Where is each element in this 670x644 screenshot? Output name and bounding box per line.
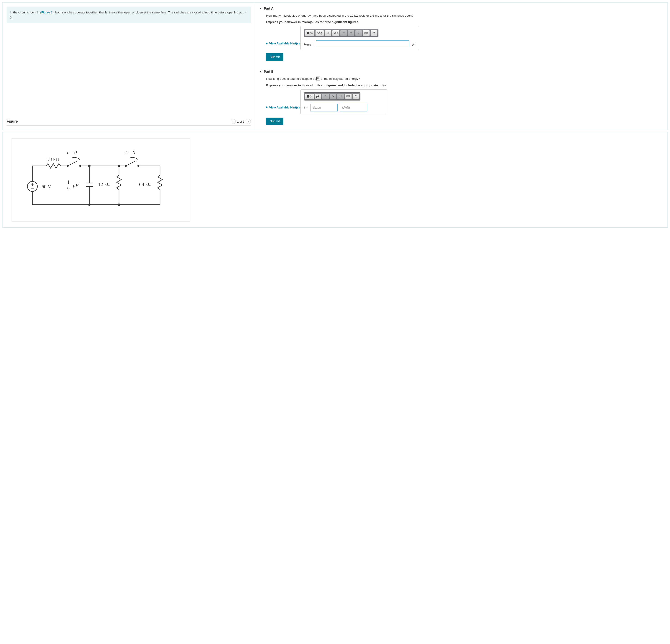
template-button[interactable]: ▢▫ [305,93,314,99]
part-b-header[interactable]: Part B [259,70,664,73]
units-symbol-button[interactable]: μÅ [314,93,321,99]
part-b-body: How long does it take to dissipate 83% o… [259,77,664,125]
r3-label: 68 kΩ [139,181,151,187]
part-a-variable: ωdiss = [304,42,313,46]
redo-button[interactable]: ↷ [348,30,354,36]
figure-next-button[interactable]: › [246,119,251,124]
part-b-submit-button[interactable]: Submit [266,118,283,125]
part-a-hints-toggle[interactable]: View Available Hint(s) [266,42,299,45]
svg-point-0 [27,181,37,191]
chevron-down-icon [259,71,262,72]
greek-button[interactable]: ΑΣφ [315,30,324,36]
r1-label: 1.8 kΩ [45,156,59,162]
stmt-prefix: In the circuit shown in ( [10,11,41,14]
figure-header: Figure ‹ 1 of 1 › [6,119,251,126]
part-a-input-row: ωdiss = μJ [304,40,416,47]
right-column: Part A How many microjoules of energy ha… [255,2,668,130]
redo-button[interactable]: ↷ [330,93,336,99]
stmt-end: . [12,16,13,19]
figure-page-indicator: 1 of 1 [237,120,245,123]
part-b-label: Part B [264,70,273,73]
switch2-label: t = 0 [125,150,135,155]
part-a-toolbar: ▢√ ΑΣφ ↓↑ vec ↶ ↷ ↺ ⌨ ? [304,29,378,37]
keyboard-button[interactable]: ⌨ [345,93,352,99]
keyboard-button[interactable]: ⌨ [363,30,370,36]
part-b-toolbar: ▢▫ μÅ ↶ ↷ ↺ ⌨ ? [304,92,360,100]
cap-unit: μF [73,182,79,188]
undo-button[interactable]: ↶ [322,93,329,99]
chevron-right-icon [266,106,268,109]
figure-link[interactable]: Figure 1 [41,11,53,14]
subscript-button[interactable]: ↓↑ [325,30,332,36]
figure-prev-button[interactable]: ‹ [231,119,236,124]
figure-pager: ‹ 1 of 1 › [231,119,251,124]
help-button[interactable]: ? [352,93,359,99]
hint-label: View Available Hint(s) [269,106,299,109]
part-a-label: Part A [264,6,273,10]
part-a-body: How many microjoules of energy have been… [259,13,664,60]
part-b-hints-toggle[interactable]: View Available Hint(s) [266,106,299,109]
r2-label: 12 kΩ [98,181,110,187]
help-button[interactable]: ? [371,30,377,36]
part-b-units-input[interactable] [340,104,367,111]
circuit-diagram: t = 0 t = 0 1.8 kΩ 60 V 1 6 μF 12 kΩ 68 … [12,138,190,221]
part-b-variable: t = [304,106,308,109]
hint-label: View Available Hint(s) [269,42,299,45]
problem-statement: In the circuit shown in (Figure 1), both… [6,6,251,23]
part-a-answer-box: ▢√ ΑΣφ ↓↑ vec ↶ ↷ ↺ ⌨ ? ωdiss = μJ [300,26,419,50]
circuit-svg: t = 0 t = 0 1.8 kΩ 60 V 1 6 μF 12 kΩ 68 … [19,146,178,214]
vs-label: 60 V [41,184,51,189]
part-a-submit-button[interactable]: Submit [266,53,283,60]
part-b-question: How long does it take to dissipate 83% o… [266,77,664,81]
reset-button[interactable]: ↺ [355,30,362,36]
circuit-figure-panel: t = 0 t = 0 1.8 kΩ 60 V 1 6 μF 12 kΩ 68 … [2,132,668,228]
undo-button[interactable]: ↶ [340,30,347,36]
svg-line-24 [126,161,136,166]
svg-line-8 [68,161,78,166]
part-b-answer-box: ▢▫ μÅ ↶ ↷ ↺ ⌨ ? t = [300,89,387,114]
part-a-instruction: Express your answer in microjoules to th… [266,20,664,24]
switch1-label: t = 0 [67,150,77,155]
figure-title: Figure [6,120,18,124]
part-a-header[interactable]: Part A [259,6,664,10]
stmt-suffix: ), both switches operate together; that … [53,11,243,14]
part-b-input-row: t = [304,104,384,111]
reset-button[interactable]: ↺ [337,93,344,99]
cap-den: 6 [67,186,69,191]
cap-num: 1 [67,180,69,184]
part-a-answer-input[interactable] [316,40,409,47]
chevron-right-icon [266,42,268,45]
part-b-instruction: Express your answer to three significant… [266,84,664,87]
left-column: In the circuit shown in (Figure 1), both… [2,2,255,130]
part-b-value-input[interactable] [310,104,338,111]
vector-button[interactable]: vec [332,30,340,36]
part-a-question: How many microjoules of energy have been… [266,13,664,18]
percent-icon: % [317,77,320,80]
part-a-unit: μJ [412,42,416,46]
problem-container: In the circuit shown in (Figure 1), both… [2,2,668,130]
template-button[interactable]: ▢√ [305,30,314,36]
chevron-down-icon [259,8,262,9]
